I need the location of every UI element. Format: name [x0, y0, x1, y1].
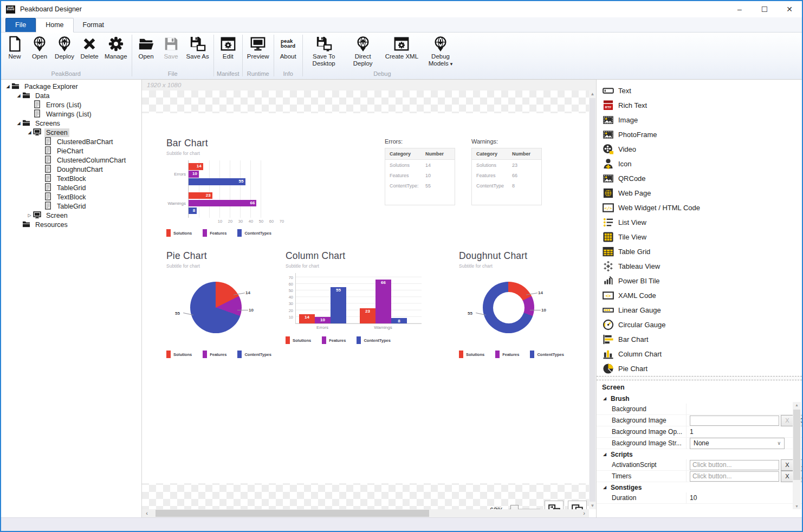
- table-cell: 55: [424, 183, 455, 189]
- property-group-brush[interactable]: ◢Brush: [597, 393, 802, 404]
- ribbon-button-create-xml[interactable]: Create XML: [383, 34, 421, 60]
- toolbox-item-web-page[interactable]: Web Page: [597, 186, 802, 200]
- scroll-right-icon[interactable]: ›: [580, 509, 588, 517]
- widget-column[interactable]: Column ChartSubtitle for chart1020304050…: [286, 250, 426, 344]
- properties-scrollbar[interactable]: ▲ ▼: [793, 402, 801, 509]
- ribbon-button-direct-deploy[interactable]: Direct Deploy: [344, 34, 383, 67]
- ribbon-button-save-to-desktop[interactable]: Save To Desktop: [305, 34, 344, 67]
- scroll-left-icon[interactable]: ‹: [143, 509, 151, 517]
- tree-item-screen[interactable]: ◢Screen: [1, 128, 141, 137]
- property-select-background-image-str[interactable]: None∨: [690, 438, 785, 449]
- toolbox-item-column-chart[interactable]: Column Chart: [597, 347, 802, 361]
- property-group-sonstiges[interactable]: ◢Sonstiges: [597, 482, 802, 492]
- canvas-horizontal-scrollbar[interactable]: ‹ ›: [142, 509, 589, 517]
- expander-expanded-icon[interactable]: ◢: [597, 485, 611, 490]
- ribbon-button-delete[interactable]: Delete: [77, 34, 102, 60]
- widget-pie[interactable]: Pie ChartSubtitle for chart141055Solutio…: [166, 250, 272, 358]
- widget-doughnut[interactable]: Doughnut ChartSubtitle for chart141055So…: [459, 250, 565, 358]
- toolbox-item-linear-gauge[interactable]: Linear Gauge: [597, 303, 802, 317]
- toolbox-item-tile-view[interactable]: Tile View: [597, 230, 802, 244]
- expander-expanded-icon[interactable]: ◢: [15, 93, 22, 98]
- toolbox-item-power-bi-tile[interactable]: Power BI Tile: [597, 274, 802, 288]
- vertical-scrollbar-thumb[interactable]: [590, 98, 595, 502]
- tree-item-package-explorer[interactable]: ◢Package Explorer: [1, 82, 141, 91]
- widget-warnings-table[interactable]: Warnings:CategoryNumberSolutions23Featur…: [471, 138, 547, 205]
- canvas-vertical-scrollbar[interactable]: ▲ ▼: [589, 90, 596, 509]
- toolbox-item-circular-gauge[interactable]: Circular Gauge: [597, 317, 802, 332]
- toolbox-item-qrcode[interactable]: QRCode: [597, 171, 802, 186]
- property-input-activationscript[interactable]: [690, 460, 779, 470]
- close-button[interactable]: ✕: [777, 1, 802, 17]
- property-group-scripts[interactable]: ◢Scripts: [597, 449, 802, 459]
- ribbon-button-debug-models[interactable]: Debug Models▾: [421, 34, 460, 68]
- toolbox-item-photoframe[interactable]: PhotoFrame: [597, 127, 802, 142]
- ribbon-button-deploy[interactable]: Deploy: [52, 34, 77, 60]
- expander-expanded-icon[interactable]: ◢: [4, 84, 11, 89]
- scroll-up-icon[interactable]: ▲: [793, 403, 801, 407]
- toolbox-item-tableau-view[interactable]: Tableau View: [597, 259, 802, 274]
- tree-item-screens[interactable]: ◢Screens: [1, 119, 141, 128]
- tree-item-textblock[interactable]: TextBlock: [1, 174, 141, 183]
- toolbox-item-pie-chart[interactable]: Pie Chart: [597, 361, 802, 376]
- ribbon-button-open[interactable]: Open: [27, 34, 52, 60]
- property-input-timers[interactable]: [690, 471, 779, 482]
- toolbox-item-list-view[interactable]: List View: [597, 215, 802, 230]
- expander-collapsed-icon[interactable]: ▷: [26, 213, 33, 218]
- ribbon-button-about[interactable]: peakboardAbout: [276, 34, 301, 60]
- power-bi-icon: [602, 275, 614, 287]
- tree-item-piechart[interactable]: PieChart: [1, 146, 141, 155]
- tab-home[interactable]: Home: [36, 18, 73, 33]
- minimize-button[interactable]: –: [727, 1, 752, 17]
- toolbox-item-table-grid[interactable]: Table Grid: [597, 244, 802, 259]
- tree-item-warnings-list[interactable]: Warnings (List): [1, 109, 141, 119]
- toolbox-item-web-widget-html-code[interactable]: </>Web Widget / HTML Code: [597, 200, 802, 215]
- property-button-x-background-image[interactable]: X: [781, 415, 794, 426]
- toolbox-item-text[interactable]: Text: [597, 83, 802, 98]
- zoom-slider-thumb[interactable]: [510, 505, 519, 510]
- tree-item-clusteredbarchart[interactable]: ClusteredBarChart: [1, 137, 141, 146]
- ribbon-button-new[interactable]: New: [2, 34, 27, 60]
- canvas-viewport[interactable]: Bar ChartSubtitle for chartErrors141055W…: [142, 90, 589, 509]
- panel-splitter[interactable]: [597, 376, 802, 380]
- toolbox-item-xaml-code[interactable]: <>XAML Code: [597, 288, 802, 303]
- widget-errors-table[interactable]: Errors:CategoryNumberSolutions14Features…: [385, 138, 461, 205]
- tab-format[interactable]: Format: [74, 18, 114, 32]
- tab-file[interactable]: File: [5, 18, 36, 32]
- expander-expanded-icon[interactable]: ◢: [15, 121, 22, 126]
- tree-item-textblock[interactable]: TextBlock: [1, 192, 141, 202]
- toolbox-item-rich-text[interactable]: RTFRich Text: [597, 98, 802, 113]
- tree-item-resources[interactable]: Resources: [1, 220, 141, 229]
- expander-expanded-icon[interactable]: ◢: [26, 130, 33, 135]
- tree-item-errors-list[interactable]: Errors (List): [1, 100, 141, 109]
- tree-item-clusteredcolumnchart[interactable]: ClusteredColumnChart: [1, 155, 141, 165]
- ribbon-button-save-as[interactable]: Save As: [184, 34, 212, 60]
- toolbox-item-video[interactable]: Video: [597, 142, 802, 157]
- design-canvas-screen[interactable]: Bar ChartSubtitle for chartErrors141055W…: [142, 113, 589, 483]
- ribbon-button-preview[interactable]: Preview: [244, 34, 272, 60]
- ribbon-button-manage[interactable]: Manage: [102, 34, 130, 60]
- fit-to-screen-button[interactable]: [545, 501, 564, 509]
- toolbox-item-bar-chart[interactable]: Bar Chart: [597, 332, 802, 347]
- expander-expanded-icon[interactable]: ◢: [597, 452, 611, 457]
- tree-item-data[interactable]: ◢Data: [1, 91, 141, 100]
- property-button-x-timers[interactable]: X: [781, 471, 794, 482]
- tree-item-tablegrid[interactable]: TableGrid: [1, 183, 141, 192]
- copy-screen-button[interactable]: [568, 501, 587, 509]
- property-button-x-activationscript[interactable]: X: [781, 459, 794, 471]
- widget-bar[interactable]: Bar ChartSubtitle for chartErrors141055W…: [166, 137, 275, 237]
- scroll-down-icon[interactable]: ▼: [793, 504, 801, 508]
- toolbox-item-image[interactable]: Image: [597, 113, 802, 127]
- expander-expanded-icon[interactable]: ◢: [597, 396, 611, 401]
- properties-scrollbar-thumb[interactable]: [793, 410, 800, 480]
- ribbon-button-open[interactable]: Open: [134, 34, 159, 60]
- maximize-button[interactable]: ☐: [752, 1, 777, 17]
- tree-item-doughnutchart[interactable]: DoughnutChart: [1, 165, 141, 174]
- toolbox-item-icon[interactable]: Icon: [597, 157, 802, 171]
- ribbon-button-edit[interactable]: Edit: [216, 34, 241, 60]
- tree-item-screen[interactable]: ▷Screen: [1, 211, 141, 220]
- horizontal-scrollbar-thumb[interactable]: [156, 510, 429, 517]
- scroll-up-icon[interactable]: ▲: [589, 92, 596, 96]
- tree-item-tablegrid[interactable]: TableGrid: [1, 202, 141, 211]
- scroll-down-icon[interactable]: ▼: [589, 503, 596, 508]
- property-input-background-image[interactable]: [690, 416, 779, 426]
